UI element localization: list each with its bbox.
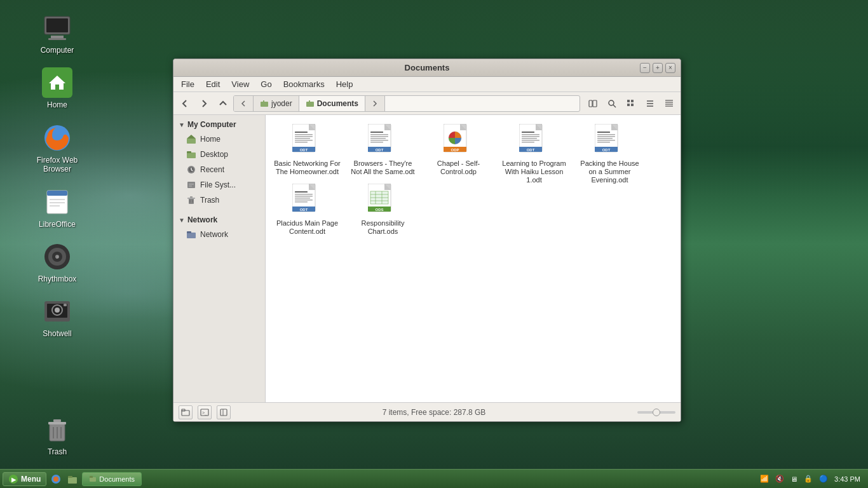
svg-rect-49 (187, 151, 191, 153)
menu-view[interactable]: View (226, 78, 254, 90)
status-text: 7 items, Free space: 287.8 GB (236, 408, 632, 417)
file-manager-window: Documents − + × File Edit View Go Bookma… (173, 58, 681, 422)
breadcrumb-documents[interactable]: Documents (299, 96, 365, 111)
compact-view-button[interactable] (660, 95, 678, 112)
svg-text:ODT: ODT (375, 148, 383, 152)
desktop-icon-libreoffice[interactable]: LibreOffice (32, 187, 83, 229)
desktop-icon-firefox[interactable]: Firefox Web Browser (32, 123, 83, 174)
svg-text:♪: ♪ (56, 254, 58, 260)
forward-button[interactable] (195, 95, 213, 112)
window-title: Documents (405, 63, 450, 72)
sidebar-section-my-computer-header[interactable]: ▼ My Computer (173, 118, 265, 132)
svg-rect-72 (295, 142, 308, 143)
taskbar-documents-label: Documents (99, 475, 135, 483)
svg-rect-88 (460, 124, 466, 130)
home-folder-icon (186, 134, 196, 144)
svg-text:>_: >_ (202, 410, 207, 416)
svg-rect-80 (370, 136, 388, 137)
sidebar-item-trash[interactable]: Trash (173, 193, 265, 208)
svg-rect-119 (295, 196, 313, 197)
icon-view-button[interactable] (622, 95, 640, 112)
desktop-icon-shotwell[interactable]: Shotwell (32, 296, 83, 338)
minimize-button[interactable]: − (640, 63, 650, 73)
desktop-icon-trash[interactable]: Trash (32, 414, 83, 456)
desktop-icon-computer[interactable]: Computer (32, 13, 83, 55)
taskbar-firefox-launcher[interactable] (49, 472, 63, 486)
taskbar-time: 3:43 PM (833, 475, 862, 483)
maximize-button[interactable]: + (653, 63, 663, 73)
svg-rect-70 (295, 138, 310, 139)
menu-file[interactable]: File (176, 78, 200, 90)
sidebar-item-home[interactable]: Home (173, 132, 265, 147)
file-item-1[interactable]: ODT Browsers - They're Not All the Same.… (346, 120, 419, 177)
sidebar-section-network-header[interactable]: ▼ Network (173, 213, 265, 227)
status-bar: >_ 7 items, Free space: 287.8 GB (173, 402, 681, 421)
list-view-button[interactable] (641, 95, 659, 112)
open-in-window-button[interactable] (217, 405, 231, 419)
svg-rect-106 (597, 132, 610, 133)
back-button[interactable] (176, 95, 194, 112)
toggle-sidebar-button[interactable] (584, 95, 602, 112)
file-item-6[interactable]: ODS Responsibility Chart.ods (346, 180, 419, 237)
sidebar-item-desktop[interactable]: Desktop (173, 147, 265, 162)
svg-line-34 (613, 105, 616, 107)
svg-rect-35 (627, 100, 630, 102)
menu-bookmarks[interactable]: Bookmarks (278, 78, 330, 90)
svg-rect-36 (631, 100, 634, 102)
file-item-4[interactable]: ODT Packing the House on a Summer Evenin… (573, 120, 646, 177)
zoom-slider[interactable] (637, 411, 675, 414)
svg-text:ODP: ODP (451, 148, 459, 152)
content-area: ▼ My Computer Home Desktop (173, 115, 681, 402)
taskbar: ▶ Menu Documents 📶 🔇 🖥 🔒 🔵 3:43 PM (0, 469, 868, 488)
up-button[interactable] (214, 95, 232, 112)
svg-rect-122 (295, 201, 308, 203)
svg-rect-23 (53, 419, 61, 422)
taskbar-files-launcher[interactable] (65, 472, 79, 486)
svg-text:ODS: ODS (375, 208, 383, 212)
breadcrumb-prev-btn[interactable] (234, 96, 254, 111)
file-item-0[interactable]: ODT Basic Networking For The Homeowner.o… (271, 120, 344, 177)
svg-rect-22 (48, 422, 66, 424)
svg-rect-2 (51, 36, 64, 38)
open-terminal-button[interactable]: >_ (198, 405, 212, 419)
desktop-folder-icon (186, 149, 196, 159)
sidebar-item-recent[interactable]: Recent (173, 162, 265, 177)
desktop-icon-rhythmbox[interactable]: ♪ Rhythmbox (32, 241, 83, 283)
svg-rect-110 (597, 140, 615, 141)
svg-rect-29 (306, 102, 314, 107)
file-icon-1: ODT (368, 124, 398, 157)
menu-go[interactable]: Go (255, 78, 276, 90)
taskbar-menu-button[interactable]: ▶ Menu (3, 472, 46, 486)
svg-rect-146 (68, 477, 77, 484)
file-label-4: Packing the House on a Summer Evening.od… (576, 159, 644, 185)
search-button[interactable] (603, 95, 621, 112)
svg-rect-81 (370, 138, 386, 139)
svg-rect-79 (370, 134, 388, 135)
sidebar-item-filesystem[interactable]: File Syst... (173, 177, 265, 193)
taskbar-menu-label: Menu (21, 475, 41, 484)
new-folder-button[interactable] (179, 405, 193, 419)
slider-track (637, 411, 675, 414)
file-item-2[interactable]: ODP Chapel - Self-Control.odp (422, 120, 495, 177)
breadcrumb-next-btn[interactable] (365, 96, 385, 111)
svg-rect-127 (384, 184, 391, 190)
menu-edit[interactable]: Edit (201, 78, 225, 90)
file-item-5[interactable]: ODT Placidus Main Page Content.odt (271, 180, 344, 237)
taskbar-documents-window[interactable]: Documents (82, 472, 142, 486)
desktop-icon-list: Computer Home Firefox Web Browser (32, 13, 83, 339)
svg-point-145 (53, 477, 58, 482)
desktop-icon-firefox-label: Firefox Web Browser (32, 156, 83, 174)
toolbar: jyoder Documents (173, 92, 681, 115)
svg-rect-67 (295, 132, 308, 133)
menu-help[interactable]: Help (331, 78, 358, 90)
close-button[interactable]: × (665, 63, 675, 73)
my-computer-arrow-icon: ▼ (179, 121, 185, 128)
trash-icon (186, 195, 196, 205)
desktop-icon-home[interactable]: Home (32, 67, 83, 109)
file-item-3[interactable]: ODT Learning to Program With Haiku Lesso… (498, 120, 571, 177)
breadcrumb-jyoder[interactable]: jyoder (254, 96, 299, 111)
sidebar-item-network[interactable]: Network (173, 227, 265, 242)
title-bar: Documents − + × (173, 59, 681, 77)
svg-rect-68 (295, 134, 313, 135)
sidebar-section-network: ▼ Network Network (173, 210, 265, 245)
